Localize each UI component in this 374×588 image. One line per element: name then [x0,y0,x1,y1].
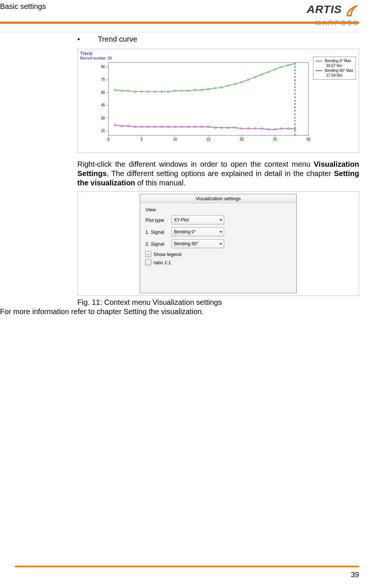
svg-point-64 [168,126,169,128]
label-signal-2: 2. Signal [145,241,171,247]
svg-text:90: 90 [101,64,105,68]
svg-point-31 [134,91,136,92]
svg-point-81 [281,128,282,129]
svg-point-53 [281,66,282,67]
svg-point-66 [181,126,183,128]
svg-point-73 [228,127,229,128]
svg-point-28 [114,89,116,91]
label-ratio: ratio 1:1 [154,260,171,265]
svg-point-37 [174,90,176,92]
dialog-screenshot: Visualization settings View Plot type XY… [77,191,359,296]
svg-point-48 [248,79,249,80]
svg-text:30: 30 [101,116,105,120]
combo-signal-2-value: Bending 90° [174,241,199,246]
dialog-group-view: View [145,207,291,212]
more-info-line: For more information refer to chapter Se… [0,307,204,316]
svg-point-60 [141,126,142,128]
row-signal-1: 1. Signal Bending 0° [145,227,291,236]
chevron-down-icon [219,231,222,233]
svg-point-74 [234,127,236,128]
label-plot-type: Plot type [145,217,171,223]
svg-point-83 [294,128,296,130]
svg-point-69 [201,126,202,128]
svg-point-63 [161,126,162,128]
label-show-legend: Show legend [154,252,181,257]
svg-point-44 [221,87,222,88]
legend-name-1: Bending 90° Max [325,68,353,73]
svg-point-65 [174,126,176,128]
combo-signal-2[interactable]: Bending 90° [171,239,224,248]
svg-point-35 [161,91,162,92]
svg-point-38 [181,90,183,92]
header-rule [0,22,359,24]
svg-point-40 [194,89,196,91]
para-frag-1: Right-click the different windows in ord… [77,160,314,168]
svg-point-76 [248,128,249,129]
chart-legend: Bending 0° Max 93.67 Nm Bending 90° Max … [313,57,356,80]
figure-caption: Fig. 11: Context menu Visualization sett… [77,298,359,307]
row-ratio: ratio 1:1 [145,259,291,265]
svg-point-71 [214,127,216,128]
combo-plot-type-value: XY-Plot [174,217,189,223]
svg-text:60: 60 [101,90,105,94]
svg-point-61 [148,126,149,128]
svg-text:75: 75 [101,77,105,82]
checkbox-ratio[interactable] [145,259,151,265]
svg-text:45: 45 [101,103,105,107]
legend-entry-0: Bending 0° Max 93.67 Nm [316,58,353,68]
logo-artis-text: ARTIS [307,3,342,15]
section-header: Basic settings [0,2,46,11]
legend-entry-1: Bending 90° Max 17.54 Nm [316,68,353,78]
svg-point-80 [274,128,276,130]
svg-point-41 [201,89,202,91]
checkbox-show-legend[interactable]: ✓ [145,251,151,257]
svg-point-75 [241,128,242,129]
svg-point-51 [268,71,269,73]
svg-point-45 [228,85,229,86]
svg-text:25: 25 [273,137,277,141]
svg-text:15: 15 [101,129,105,133]
page-number: 39 [351,571,359,579]
svg-text:10: 10 [173,137,177,141]
svg-point-54 [287,64,289,66]
svg-point-55 [294,63,296,64]
logo-swoosh-icon [346,4,359,19]
svg-rect-26 [109,63,309,135]
svg-text:5: 5 [141,137,143,141]
svg-text:20: 20 [240,137,244,141]
svg-point-77 [254,128,256,129]
svg-point-32 [141,91,142,92]
svg-point-59 [134,126,136,128]
svg-point-56 [114,124,116,126]
svg-point-43 [214,87,216,89]
header-subrule [0,32,359,32]
svg-point-30 [128,90,129,92]
svg-point-58 [128,125,129,127]
svg-point-78 [261,128,262,129]
svg-point-34 [154,91,156,92]
svg-point-82 [287,128,289,129]
combo-signal-1[interactable]: Bending 0° [171,227,224,236]
svg-point-50 [261,74,262,75]
dialog-titlebar: Visualization settings [140,194,296,203]
svg-point-33 [148,91,149,92]
combo-plot-type[interactable]: XY-Plot [171,215,224,224]
combo-signal-1-value: Bending 0° [174,229,196,234]
row-plot-type: Plot type XY-Plot [145,215,291,224]
trend-chart: Trend Record number: 28 1530456075900510… [77,49,359,153]
visualization-settings-dialog: Visualization settings View Plot type XY… [140,194,297,293]
svg-point-36 [168,91,169,92]
svg-point-42 [207,88,209,90]
svg-text:30: 30 [306,137,310,141]
svg-point-62 [154,126,156,128]
svg-point-72 [221,127,222,128]
row-signal-2: 2. Signal Bending 90° [145,239,291,248]
bullet-text: Trend curve [98,35,137,43]
para-frag-3: of this manual. [135,179,186,187]
legend-name-0: Bending 0° Max [325,59,351,63]
instruction-paragraph: Right-click the different windows in ord… [77,160,359,188]
chart-plot-area: 153045607590051015202530 [96,61,310,144]
svg-point-29 [121,90,122,92]
svg-point-79 [268,128,269,130]
legend-value-0: 93.67 Nm [316,63,353,68]
